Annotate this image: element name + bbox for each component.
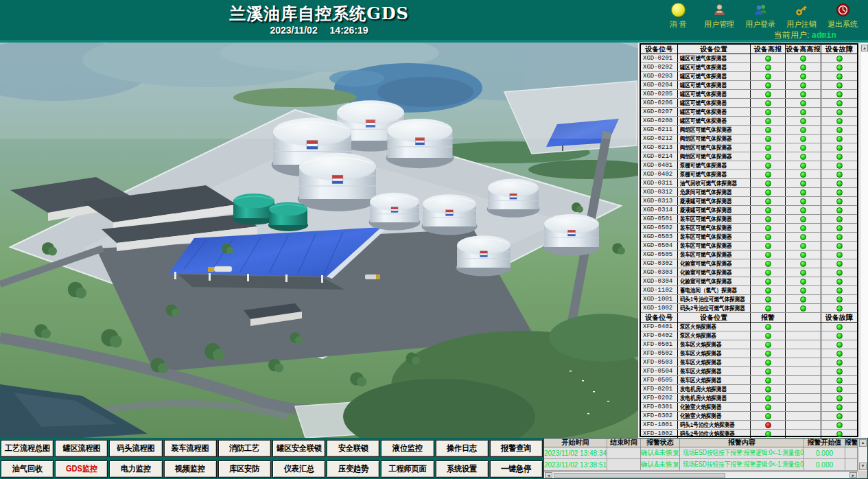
nav-button[interactable]: 油气回收 xyxy=(1,460,54,478)
fault-cell xyxy=(821,286,857,294)
nav-button[interactable]: 码头流程图 xyxy=(109,440,162,457)
nav-button[interactable]: 报警查询 xyxy=(490,440,543,457)
fault-indicator xyxy=(836,296,843,303)
alarm-row[interactable]: 2023/11/02 13:38:51 确认&未恢复 现场ESD按钮按下报警:报… xyxy=(544,459,858,471)
spacer-cell xyxy=(786,367,821,375)
gds-monitor-screen: 兰溪油库自控系统GDS 2023/11/02 14:26:19 消 音 用户管理 xyxy=(0,0,868,479)
device-tag: XGD-1002 xyxy=(641,304,678,312)
highhigh-alarm-indicator xyxy=(800,163,806,169)
device-table-scrollbar[interactable]: ▲ xyxy=(860,43,868,437)
fault-indicator xyxy=(836,288,843,294)
fault-cell xyxy=(821,170,857,178)
scroll-left-icon[interactable]: ◄ xyxy=(545,472,552,478)
alarm-table-header: 开始时间结束时间报警状态报警内容报警开始值报警 xyxy=(544,439,858,447)
fault-cell xyxy=(821,63,857,71)
device-tag: XGD-1001 xyxy=(641,295,678,303)
fault-indicator xyxy=(836,82,843,89)
fault-cell xyxy=(821,385,857,393)
nav-button[interactable]: 安全联锁 xyxy=(327,440,379,457)
fault-indicator xyxy=(836,404,843,410)
high-alarm-cell xyxy=(751,161,786,170)
nav-button[interactable]: 一键急停 xyxy=(490,460,543,478)
column-header: 报警 xyxy=(845,439,858,447)
nav-button[interactable]: 系统设置 xyxy=(436,460,489,478)
high-alarm-indicator xyxy=(765,180,771,187)
column-header: 设备位置 xyxy=(678,313,751,322)
device-location: 罐区可燃气体探测器 xyxy=(678,117,751,125)
nav-button[interactable]: 液位监控 xyxy=(381,440,434,457)
device-tag: XFD-0401 xyxy=(641,323,678,331)
high-alarm-cell xyxy=(751,135,786,143)
spacer-cell xyxy=(786,376,821,384)
date-text: 2023/11/02 xyxy=(270,25,317,36)
fault-indicator xyxy=(836,360,843,366)
high-alarm-cell xyxy=(751,143,786,152)
high-alarm-indicator xyxy=(765,261,771,267)
scrollbar-thumb[interactable] xyxy=(554,473,725,478)
highhigh-alarm-indicator xyxy=(800,82,806,89)
alarm-vertical-scrollbar[interactable]: ▲ ▼ xyxy=(858,439,867,471)
nav-button[interactable]: GDS监控 xyxy=(55,460,108,478)
spacer-cell xyxy=(786,340,821,349)
fault-cell xyxy=(821,358,857,366)
exit-system-icon xyxy=(836,3,850,17)
nav-button[interactable]: 罐区安全联锁 xyxy=(272,440,325,457)
alarm-row[interactable]: 2023/11/02 13:48:34 确认&未恢复 现场ESD按钮按下报警:报… xyxy=(544,447,858,459)
high-alarm-indicator xyxy=(765,234,771,240)
nav-button[interactable]: 电力监控 xyxy=(109,460,162,478)
fault-cell xyxy=(821,233,857,241)
highhigh-alarm-cell xyxy=(786,161,821,170)
alarm-indicator xyxy=(765,360,771,366)
scroll-up-icon[interactable]: ▲ xyxy=(861,45,868,51)
highhigh-alarm-indicator xyxy=(800,225,806,231)
fault-indicator xyxy=(836,342,843,348)
nav-button[interactable]: 视频监控 xyxy=(164,460,217,478)
nav-button[interactable]: 压变趋势 xyxy=(327,460,379,478)
gas-detector-row: XGD-0312 危废间可燃气体探测器 xyxy=(641,188,857,197)
high-alarm-indicator xyxy=(765,296,771,303)
fault-indicator xyxy=(836,91,843,97)
nav-button[interactable]: 库区安防 xyxy=(218,460,271,478)
fault-cell xyxy=(821,161,857,170)
highhigh-alarm-indicator xyxy=(800,73,806,80)
scroll-right-icon[interactable]: ► xyxy=(849,472,857,478)
alarm-extra xyxy=(845,459,858,470)
highhigh-alarm-cell xyxy=(786,152,821,161)
scroll-up-icon[interactable]: ▲ xyxy=(859,439,867,447)
mute-button[interactable]: 消 音 xyxy=(657,1,699,40)
nav-button[interactable]: 装车流程图 xyxy=(164,440,217,457)
nav-button[interactable]: 工艺流程总图 xyxy=(1,440,54,457)
current-user-value: admin xyxy=(812,31,836,40)
nav-button[interactable]: 工程师页面 xyxy=(381,460,434,478)
column-header: 设备故障 xyxy=(821,45,857,54)
fault-indicator xyxy=(836,279,843,285)
fault-cell xyxy=(821,259,857,268)
fault-cell xyxy=(821,143,857,152)
scroll-down-icon[interactable]: ▼ xyxy=(859,463,867,470)
alarm-cell xyxy=(751,412,786,420)
fault-cell xyxy=(821,81,857,89)
device-tag: XGD-0201 xyxy=(641,54,678,62)
nav-button[interactable]: 仪表汇总 xyxy=(272,460,325,478)
fault-cell xyxy=(821,72,857,80)
nav-button[interactable]: 操作日志 xyxy=(436,440,489,457)
spacer-cell xyxy=(786,323,821,331)
high-alarm-indicator xyxy=(765,270,771,276)
column-header: 设备位号 xyxy=(641,45,678,54)
high-alarm-cell xyxy=(751,224,786,232)
alarm-horizontal-scrollbar[interactable]: ◄ ► xyxy=(544,471,858,478)
fault-indicator xyxy=(836,180,843,187)
device-tag: XFD-1002 xyxy=(641,430,678,438)
nav-button[interactable]: 罐区流程图 xyxy=(55,440,108,457)
user-manage-button[interactable]: 用户管理 xyxy=(699,1,740,40)
fire-detector-row: XFD-0505 装车区火焰探测器 xyxy=(641,376,857,385)
high-alarm-indicator xyxy=(765,56,771,62)
high-alarm-indicator xyxy=(765,172,771,178)
alarm-cell xyxy=(751,323,786,331)
gas-detector-row: XGD-0302 化验室可燃气体探测器 xyxy=(641,259,857,268)
alarm-cell xyxy=(751,340,786,349)
nav-button[interactable]: 消防工艺 xyxy=(218,440,271,457)
alarm-end-time xyxy=(607,447,641,458)
fault-indicator xyxy=(836,413,843,419)
device-tag: XGD-0314 xyxy=(641,206,678,214)
